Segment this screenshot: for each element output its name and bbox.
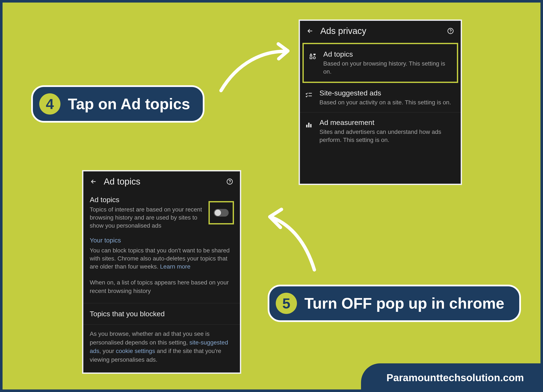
help-icon[interactable] [446, 27, 455, 35]
step-4-badge: 4 [39, 93, 60, 114]
toggle-thumb [215, 210, 221, 216]
svg-point-3 [313, 57, 315, 59]
back-arrow-icon[interactable] [89, 177, 98, 186]
ad-topics-toggle[interactable] [214, 209, 229, 216]
when-on-note: When on, a list of topics appears here b… [90, 278, 233, 295]
step-5-badge: 5 [276, 293, 297, 314]
row-desc: Sites and advertisers can understand how… [319, 128, 455, 144]
step-5-text: Turn OFF pop up in chrome [304, 295, 504, 312]
your-topics-desc: You can block topics that you don't want… [90, 246, 233, 270]
brand-footer: Paramounttechsolution.com [361, 363, 543, 392]
svg-rect-6 [310, 124, 311, 127]
row-desc: Based on your browsing history. This set… [323, 60, 451, 76]
svg-point-8 [230, 183, 230, 183]
row-ad-measurement[interactable]: Ad measurement Sites and advertisers can… [300, 112, 461, 150]
topics-blocked-row[interactable]: Topics that you blocked [83, 303, 240, 324]
panel-header: Ad topics [83, 171, 240, 192]
svg-rect-4 [306, 125, 307, 127]
panel-header: Ads privacy [300, 21, 461, 41]
row-title: Ad measurement [319, 118, 455, 127]
row-ad-topics[interactable]: Ad topics Based on your browsing history… [302, 43, 458, 83]
row-title: Site-suggested ads [319, 89, 455, 97]
ad-topics-panel: Ad topics Ad topics Topics of interest a… [82, 170, 241, 374]
learn-more-link[interactable]: Learn more [160, 263, 191, 270]
row-desc: Based on your activity on a site. This s… [319, 98, 455, 107]
row-title: Ad topics [323, 50, 451, 58]
svg-rect-5 [308, 123, 310, 127]
svg-rect-2 [310, 57, 312, 59]
back-arrow-icon[interactable] [306, 27, 314, 35]
panel-title: Ad topics [104, 176, 220, 187]
arrow-icon [215, 39, 295, 94]
step-4-text: Tap on Ad topics [68, 95, 190, 113]
checklist-icon [304, 90, 314, 100]
svg-point-1 [450, 32, 451, 33]
footer-note: As you browse, whether an ad that you se… [83, 324, 240, 364]
arrow-icon [261, 206, 321, 276]
row-site-suggested[interactable]: Site-suggested ads Based on your activit… [300, 83, 461, 113]
panel-title: Ads privacy [320, 26, 440, 36]
bar-chart-icon [304, 120, 314, 130]
ads-privacy-panel: Ads privacy Ad topics Based on your brow… [299, 19, 462, 185]
your-topics-heading: Your topics [90, 237, 233, 244]
shapes-icon [308, 51, 318, 62]
cookie-settings-link[interactable]: cookie settings [116, 348, 155, 354]
ad-topics-toggle-highlight [209, 201, 234, 224]
step-4-callout: 4 Tap on Ad topics [31, 85, 204, 123]
step-5-callout: 5 Turn OFF pop up in chrome [268, 285, 521, 322]
help-icon[interactable] [226, 177, 234, 186]
